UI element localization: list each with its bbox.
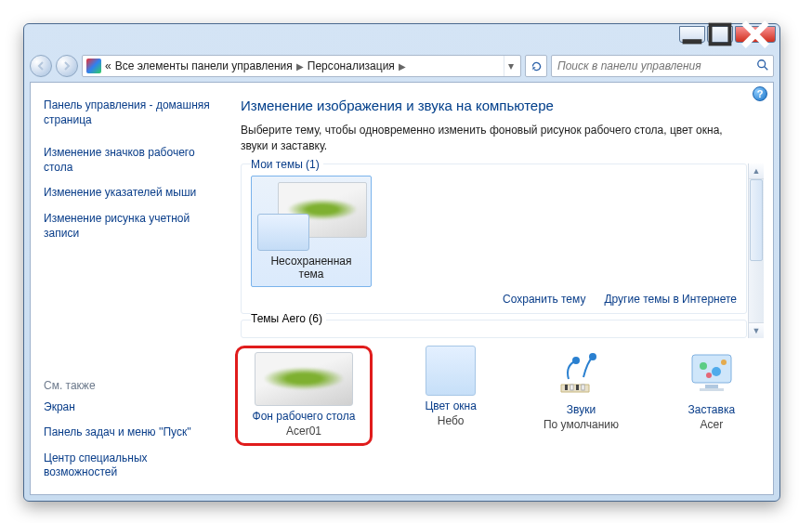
search-icon bbox=[756, 59, 769, 74]
control-panel-icon bbox=[86, 59, 101, 73]
see-also-label: См. также bbox=[44, 373, 216, 394]
footer-label: Заставка bbox=[660, 403, 764, 416]
back-button[interactable] bbox=[30, 55, 52, 77]
my-themes-group: Мои темы (1) Несохраненная тема Сохранит… bbox=[241, 163, 747, 314]
aero-themes-label: Темы Aero (6) bbox=[251, 312, 326, 325]
page-title: Изменение изображения и звука на компьют… bbox=[241, 98, 764, 113]
save-theme-link[interactable]: Сохранить тему bbox=[503, 293, 585, 306]
client-area: ? Панель управления - домашняя страница … bbox=[30, 82, 774, 495]
refresh-button[interactable] bbox=[525, 55, 547, 77]
breadcrumb-current[interactable]: Персонализация bbox=[308, 59, 395, 72]
forward-button[interactable] bbox=[56, 55, 78, 77]
scrollbar-down-button[interactable]: ▼ bbox=[749, 322, 764, 338]
personalization-footer: Фон рабочего стола Acer01 Цвет окна Небо bbox=[241, 338, 764, 446]
svg-point-2 bbox=[758, 59, 766, 67]
navigation-bar: « Все элементы панели управления ▶ Персо… bbox=[24, 50, 779, 82]
aero-themes-group: Темы Aero (6) bbox=[241, 320, 747, 338]
svg-rect-10 bbox=[705, 385, 718, 388]
screensaver-icon bbox=[670, 346, 753, 399]
personalization-window: « Все элементы панели управления ▶ Персо… bbox=[23, 23, 780, 502]
window-color-icon bbox=[426, 346, 476, 396]
svg-rect-0 bbox=[683, 39, 702, 44]
svg-point-14 bbox=[721, 360, 727, 365]
taskbar-start-menu-link[interactable]: Панель задач и меню ''Пуск'' bbox=[44, 421, 216, 445]
search-box[interactable] bbox=[551, 55, 774, 77]
theme-item-unsaved[interactable]: Несохраненная тема bbox=[251, 176, 372, 287]
ease-of-access-link[interactable]: Центр специальных возможностей bbox=[44, 447, 216, 485]
my-themes-label: Мои темы (1) bbox=[251, 158, 323, 171]
svg-rect-3 bbox=[565, 385, 568, 390]
theme-name: Несохраненная тема bbox=[257, 255, 365, 281]
control-panel-home-link[interactable]: Панель управления - домашняя страница bbox=[44, 94, 216, 132]
svg-rect-5 bbox=[576, 385, 579, 390]
account-picture-link[interactable]: Изменение рисунка учетной записи bbox=[44, 207, 216, 245]
side-panel: Панель управления - домашняя страница Из… bbox=[31, 83, 226, 494]
svg-rect-1 bbox=[711, 25, 730, 45]
window-color-button[interactable]: Цвет окна Небо bbox=[399, 346, 503, 427]
scrollbar-up-button[interactable]: ▲ bbox=[749, 163, 764, 179]
highlight-annotation: Фон рабочего стола Acer01 bbox=[235, 346, 373, 446]
breadcrumb-separator: ▶ bbox=[296, 61, 304, 72]
footer-label: Цвет окна bbox=[399, 399, 503, 412]
svg-point-13 bbox=[712, 367, 721, 376]
screensaver-button[interactable]: Заставка Acer bbox=[660, 346, 764, 431]
svg-point-7 bbox=[572, 357, 580, 364]
svg-rect-4 bbox=[570, 385, 573, 390]
sounds-icon bbox=[539, 346, 622, 399]
close-button[interactable] bbox=[735, 26, 776, 43]
themes-scrollbar[interactable]: ▲ ▼ bbox=[748, 163, 764, 338]
footer-value: Acer01 bbox=[243, 425, 364, 438]
theme-preview bbox=[257, 182, 367, 251]
breadcrumb-dropdown[interactable]: ▾ bbox=[504, 56, 517, 76]
wallpaper-icon bbox=[255, 352, 353, 406]
footer-label: Звуки bbox=[529, 403, 633, 416]
breadcrumb-separator: ▶ bbox=[399, 61, 406, 72]
display-link[interactable]: Экран bbox=[44, 396, 216, 420]
footer-label: Фон рабочего стола bbox=[243, 410, 364, 423]
footer-value: По умолчанию bbox=[529, 418, 633, 431]
scrollbar-thumb[interactable] bbox=[750, 179, 763, 261]
more-themes-online-link[interactable]: Другие темы в Интернете bbox=[604, 293, 737, 306]
search-input[interactable] bbox=[556, 59, 756, 73]
footer-value: Acer bbox=[660, 418, 764, 431]
breadcrumb-all-items[interactable]: Все элементы панели управления bbox=[115, 59, 293, 72]
svg-rect-6 bbox=[582, 385, 584, 390]
desktop-background-button[interactable]: Фон рабочего стола Acer01 bbox=[243, 352, 364, 438]
minimize-button[interactable] bbox=[679, 26, 705, 43]
breadcrumb-prefix: « bbox=[105, 59, 111, 72]
svg-rect-11 bbox=[700, 388, 724, 391]
mouse-pointers-link[interactable]: Изменение указателей мыши bbox=[44, 181, 216, 205]
page-description: Выберите тему, чтобы одновременно измени… bbox=[241, 123, 764, 154]
sounds-button[interactable]: Звуки По умолчанию bbox=[529, 346, 633, 431]
svg-point-8 bbox=[589, 353, 596, 360]
svg-rect-9 bbox=[692, 355, 731, 383]
desktop-icons-link[interactable]: Изменение значков рабочего стола bbox=[44, 141, 216, 179]
maximize-button[interactable] bbox=[707, 26, 733, 43]
main-panel: Изменение изображения и звука на компьют… bbox=[226, 83, 773, 494]
footer-value: Небо bbox=[399, 414, 503, 427]
svg-point-12 bbox=[700, 362, 707, 370]
title-bar bbox=[24, 24, 779, 50]
breadcrumb[interactable]: « Все элементы панели управления ▶ Персо… bbox=[82, 55, 521, 77]
svg-point-15 bbox=[706, 373, 712, 378]
